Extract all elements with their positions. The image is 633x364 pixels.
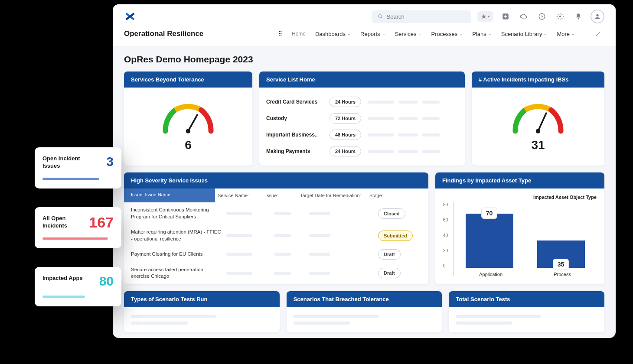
bar-chart: 80 60 40 20 0 70 bbox=[443, 202, 597, 276]
chevron-down-icon: ⌄ bbox=[544, 32, 547, 36]
service-row: Credit Card Services 24 Hours bbox=[266, 94, 458, 110]
nav-dashboards[interactable]: Dashboards⌄ bbox=[315, 31, 351, 37]
y-axis: 80 60 40 20 0 bbox=[443, 202, 450, 276]
chevron-down-icon: ⌄ bbox=[488, 32, 492, 36]
table-row: Payment Clearing for EU Clients Draft bbox=[124, 247, 428, 262]
nav-more[interactable]: More⌄ bbox=[557, 31, 575, 37]
service-name: Important Business.. bbox=[266, 132, 323, 138]
card-header: High Severity Service Issues bbox=[124, 172, 428, 188]
cloud-icon bbox=[520, 13, 528, 20]
card-header: Findings by Impacted Asset Type bbox=[435, 172, 604, 188]
stat-open-incident-issues: Open Incident Issues 3 bbox=[35, 147, 121, 188]
chevron-down-icon: ⌄ bbox=[347, 32, 351, 36]
plus-square-icon bbox=[502, 13, 509, 20]
nav-plans[interactable]: Plans⌄ bbox=[472, 31, 492, 37]
gauge-incidents bbox=[506, 95, 571, 136]
svg-text:?: ? bbox=[541, 14, 543, 19]
table-subheader: Issue: Issue Name bbox=[124, 188, 215, 202]
issue-name: Inconsistent Continuous Monitoring Progr… bbox=[131, 207, 226, 220]
table-row: Matter requiring attention (MRA) - FFIEC… bbox=[124, 224, 428, 247]
stage-badge: Draft bbox=[378, 249, 401, 260]
person-icon bbox=[594, 13, 601, 20]
card-service-list: Service List Home Credit Card Services 2… bbox=[259, 72, 465, 166]
x-label: Application bbox=[479, 272, 502, 277]
svg-line-1 bbox=[381, 17, 382, 19]
gauge-services bbox=[156, 95, 221, 136]
issue-name: Payment Clearing for EU Clients bbox=[131, 251, 226, 258]
nav-home[interactable]: Home bbox=[292, 31, 306, 37]
service-name: Making Payments bbox=[266, 148, 323, 154]
user-avatar[interactable] bbox=[591, 10, 604, 23]
add-button[interactable] bbox=[499, 10, 512, 23]
chevron-down-icon: ⌄ bbox=[418, 32, 421, 36]
help-button[interactable]: ? bbox=[536, 10, 548, 23]
stage-badge: Submitted bbox=[378, 231, 413, 241]
x-label: Process bbox=[554, 272, 571, 277]
svg-line-9 bbox=[188, 115, 197, 131]
nav-reports[interactable]: Reports⌄ bbox=[360, 31, 385, 37]
col-stage: Stage: bbox=[369, 193, 413, 198]
stat-value: 3 bbox=[106, 155, 114, 168]
gauge-value: 6 bbox=[185, 138, 192, 152]
app-logo bbox=[124, 10, 136, 23]
col-service: Service Name: bbox=[218, 193, 265, 198]
stat-all-open-incidents: All Open Incidents 167 bbox=[35, 207, 121, 248]
header: ▾ ? Operational Resilience bbox=[113, 4, 616, 46]
search-box[interactable] bbox=[372, 10, 471, 23]
grip-icon[interactable]: ⠿ bbox=[278, 30, 283, 37]
svg-point-5 bbox=[559, 16, 561, 18]
service-row: Making Payments 24 Hours bbox=[266, 143, 458, 159]
svg-point-7 bbox=[596, 14, 598, 16]
svg-point-0 bbox=[378, 15, 381, 17]
card-header: # Active Incidents Impacting IBSs bbox=[472, 72, 604, 88]
chevron-down-icon: ⌄ bbox=[571, 32, 575, 36]
gauge-value: 31 bbox=[531, 138, 545, 152]
stage-badge: Closed bbox=[378, 208, 405, 219]
bar-value: 70 bbox=[481, 208, 498, 219]
nav-processes[interactable]: Processes⌄ bbox=[431, 31, 463, 37]
notifications-button[interactable] bbox=[572, 10, 584, 23]
card-header: Total Scenario Tests bbox=[449, 291, 604, 307]
duration-badge: 24 Hours bbox=[330, 97, 361, 107]
stat-label: Open Incident Issues bbox=[42, 155, 90, 170]
stat-value: 80 bbox=[99, 275, 114, 288]
search-icon bbox=[378, 13, 383, 20]
chevron-down-icon: ▾ bbox=[488, 14, 490, 19]
card-header: Scenarios That Breached Tolerance bbox=[287, 291, 442, 307]
card-header: Types of Scenario Tests Run bbox=[124, 291, 280, 307]
main-nav: Home Dashboards⌄ Reports⌄ Services⌄ Proc… bbox=[292, 28, 604, 40]
card-types-scenario: Types of Scenario Tests Run bbox=[124, 291, 280, 332]
bar-value: 35 bbox=[553, 259, 569, 270]
stage-badge: Draft bbox=[378, 268, 401, 278]
search-input[interactable] bbox=[387, 13, 465, 20]
pencil-icon bbox=[595, 30, 602, 37]
page-title: OpRes Demo Homepage 2023 bbox=[124, 54, 604, 65]
card-high-severity: High Severity Service Issues Issue: Issu… bbox=[124, 172, 428, 284]
service-name: Credit Card Services bbox=[266, 99, 323, 105]
cloud-button[interactable] bbox=[518, 10, 530, 23]
brand-title: Operational Resilience bbox=[124, 29, 203, 38]
stat-bar bbox=[42, 178, 99, 180]
service-name: Custody bbox=[266, 115, 323, 121]
chevron-down-icon: ⌄ bbox=[382, 32, 385, 36]
stat-bar bbox=[42, 296, 85, 298]
edit-button[interactable] bbox=[592, 28, 604, 40]
chart-legend: Impacted Asset Object Type bbox=[443, 195, 597, 200]
card-findings: Findings by Impacted Asset Type Impacted… bbox=[435, 172, 604, 284]
issue-name: Matter requiring attention (MRA) - FFIEC… bbox=[131, 229, 226, 242]
stat-bar bbox=[42, 237, 108, 240]
duration-badge: 48 Hours bbox=[330, 130, 361, 140]
service-row: Custody 72 Hours bbox=[266, 110, 458, 127]
duration-badge: 72 Hours bbox=[330, 113, 361, 124]
bar-application bbox=[466, 214, 513, 268]
card-total-scenario: Total Scenario Tests bbox=[449, 291, 604, 332]
duration-badge: 24 Hours bbox=[330, 146, 361, 156]
col-issue: Issue: bbox=[265, 193, 300, 198]
nav-services[interactable]: Services⌄ bbox=[395, 31, 422, 37]
bell-icon bbox=[574, 13, 582, 20]
favorites-button[interactable]: ▾ bbox=[477, 11, 493, 22]
settings-button[interactable] bbox=[554, 10, 566, 23]
card-header: Service List Home bbox=[259, 72, 465, 88]
nav-scenario-library[interactable]: Scenario Library⌄ bbox=[501, 31, 548, 37]
chevron-down-icon: ⌄ bbox=[459, 32, 463, 36]
